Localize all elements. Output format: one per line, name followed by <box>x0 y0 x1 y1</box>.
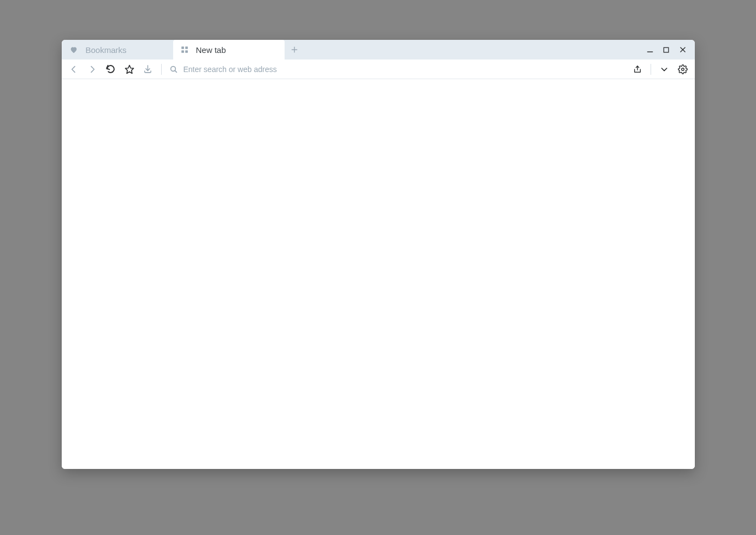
tab-label: Bookmarks <box>86 45 127 55</box>
reload-icon <box>106 64 115 74</box>
svg-point-15 <box>681 68 684 70</box>
gear-icon <box>678 64 688 74</box>
settings-button[interactable] <box>677 64 688 75</box>
window-controls <box>646 40 695 60</box>
tab-label: New tab <box>196 45 226 55</box>
right-tools <box>632 64 688 75</box>
address-input[interactable] <box>184 65 624 74</box>
close-button[interactable] <box>678 45 687 54</box>
new-tab-button[interactable] <box>285 40 304 60</box>
reload-button[interactable] <box>105 64 116 75</box>
toolbar <box>62 60 695 79</box>
minimize-button[interactable] <box>646 45 654 54</box>
tab-bar: Bookmarks New tab <box>62 40 695 60</box>
svg-line-13 <box>175 70 176 72</box>
maximize-icon <box>663 46 670 54</box>
forward-button[interactable] <box>87 64 98 75</box>
toolbar-divider <box>161 64 162 75</box>
svg-rect-7 <box>664 47 669 52</box>
share-icon <box>633 65 642 74</box>
search-icon <box>169 65 178 74</box>
chevron-down-icon <box>660 65 669 74</box>
page-content <box>62 79 695 469</box>
bookmark-button[interactable] <box>124 64 135 75</box>
svg-rect-3 <box>185 50 188 53</box>
plus-icon <box>291 46 298 54</box>
heart-icon <box>69 45 78 54</box>
download-icon <box>143 64 152 74</box>
toolbar-divider-right <box>651 64 651 75</box>
svg-rect-0 <box>181 46 184 49</box>
downloads-button[interactable] <box>143 64 153 75</box>
back-button[interactable] <box>68 64 79 75</box>
minimize-icon <box>646 46 654 54</box>
tab-bookmarks[interactable]: Bookmarks <box>62 40 173 60</box>
tab-new-tab[interactable]: New tab <box>173 40 285 60</box>
chevron-right-icon <box>88 65 97 74</box>
svg-rect-2 <box>181 50 184 53</box>
browser-window: Bookmarks New tab <box>62 40 695 469</box>
close-icon <box>679 46 687 54</box>
svg-marker-10 <box>125 65 133 73</box>
grid-icon <box>181 46 188 54</box>
share-button[interactable] <box>632 64 643 75</box>
star-icon <box>125 64 134 74</box>
chevron-left-icon <box>69 65 78 74</box>
address-bar[interactable] <box>169 65 624 74</box>
dropdown-button[interactable] <box>659 64 670 75</box>
svg-rect-1 <box>185 46 188 49</box>
maximize-button[interactable] <box>662 45 671 54</box>
